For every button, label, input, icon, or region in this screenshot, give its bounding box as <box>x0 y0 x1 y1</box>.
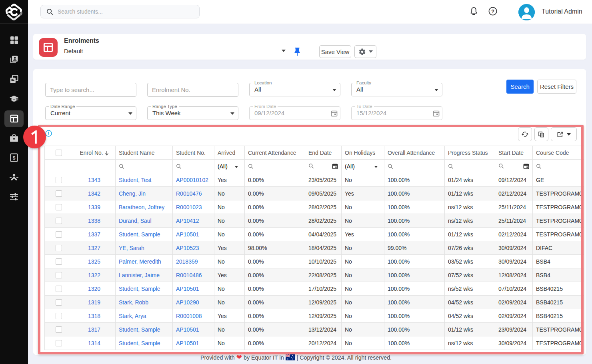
svg-text:$: $ <box>13 155 16 161</box>
svg-text:?: ? <box>491 9 494 14</box>
